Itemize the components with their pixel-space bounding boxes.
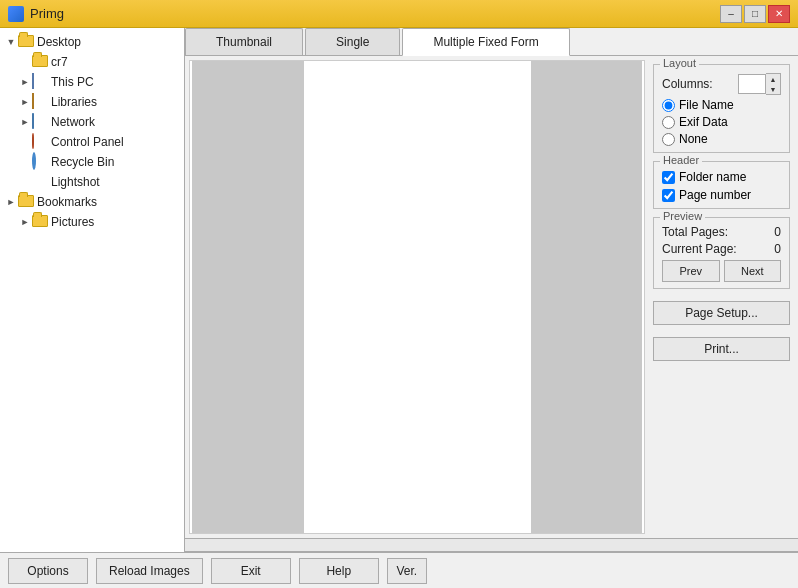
help-button[interactable]: Help (299, 558, 379, 584)
checkbox-foldername[interactable]: Folder name (662, 170, 781, 184)
spinner-down[interactable]: ▼ (766, 84, 780, 94)
sidebar: ▼ Desktop cr7 ► This PC (0, 28, 185, 552)
radio-exifdata[interactable]: Exif Data (662, 115, 781, 129)
lightshot-icon (32, 174, 48, 190)
toggle-pictures[interactable]: ► (18, 215, 32, 229)
maximize-button[interactable]: □ (744, 5, 766, 23)
recycle-icon (32, 154, 48, 170)
main-container: ▼ Desktop cr7 ► This PC (0, 28, 798, 588)
label-network: Network (51, 115, 95, 129)
sidebar-item-recycle[interactable]: Recycle Bin (0, 152, 184, 172)
columns-row: Columns: 6 ▲ ▼ (662, 73, 781, 95)
label-bookmarks: Bookmarks (37, 195, 97, 209)
radio-none-input[interactable] (662, 133, 675, 146)
radio-exif-input[interactable] (662, 116, 675, 129)
total-pages-value: 0 (774, 225, 781, 239)
page-col-right (531, 61, 643, 533)
label-desktop: Desktop (37, 35, 81, 49)
toggle-network[interactable]: ► (18, 115, 32, 129)
radio-none-label: None (679, 132, 708, 146)
pictures-icon (32, 214, 48, 230)
checkbox-pagenumber-label: Page number (679, 188, 751, 202)
label-pictures: Pictures (51, 215, 94, 229)
prev-button[interactable]: Prev (662, 260, 720, 282)
cpanel-icon (32, 134, 48, 150)
scrollbar[interactable] (185, 538, 798, 552)
right-panel: Thumbnail Single Multiple Fixed Form (185, 28, 798, 552)
header-group: Header Folder name Page number (653, 161, 790, 209)
preview-group-title: Preview (660, 210, 705, 222)
toggle-desktop[interactable]: ▼ (4, 35, 18, 49)
computer-icon (32, 74, 48, 90)
label-thispc: This PC (51, 75, 94, 89)
columns-spinner: 6 ▲ ▼ (738, 73, 781, 95)
toggle-lightshot (18, 175, 32, 189)
radio-filename-label: File Name (679, 98, 734, 112)
sidebar-item-network[interactable]: ► Network (0, 112, 184, 132)
checkbox-pagenumber[interactable]: Page number (662, 188, 781, 202)
spinner-btns: ▲ ▼ (766, 73, 781, 95)
sidebar-item-libraries[interactable]: ► Libraries (0, 92, 184, 112)
sidebar-item-thispc[interactable]: ► This PC (0, 72, 184, 92)
print-button[interactable]: Print... (653, 337, 790, 361)
label-cr7: cr7 (51, 55, 68, 69)
app-title: Primg (30, 6, 64, 21)
sidebar-item-controlpanel[interactable]: Control Panel (0, 132, 184, 152)
title-bar-left: Primg (8, 6, 64, 22)
content-area: ▼ Desktop cr7 ► This PC (0, 28, 798, 552)
sidebar-item-bookmarks[interactable]: ► Bookmarks (0, 192, 184, 212)
sidebar-item-pictures[interactable]: ► Pictures (0, 212, 184, 232)
layout-group-title: Layout (660, 57, 699, 69)
bottom-toolbar: Options Reload Images Exit Help Ver. (0, 552, 798, 588)
preview-content: Layout Columns: 6 ▲ ▼ (185, 56, 798, 538)
checkbox-foldername-label: Folder name (679, 170, 746, 184)
ver-button[interactable]: Ver. (387, 558, 427, 584)
tab-multiple-fixed[interactable]: Multiple Fixed Form (402, 28, 569, 56)
columns-input[interactable]: 6 (738, 74, 766, 94)
sidebar-item-cr7[interactable]: cr7 (0, 52, 184, 72)
preview-group: Preview Total Pages: 0 Current Page: 0 P… (653, 217, 790, 289)
tabs-bar: Thumbnail Single Multiple Fixed Form (185, 28, 798, 56)
radio-none[interactable]: None (662, 132, 781, 146)
next-button[interactable]: Next (724, 260, 782, 282)
folder-icon (18, 34, 34, 50)
radio-filename-input[interactable] (662, 99, 675, 112)
page-center (306, 61, 529, 533)
folder-cr7-icon (32, 54, 48, 70)
settings-panel: Layout Columns: 6 ▲ ▼ (649, 60, 794, 534)
options-button[interactable]: Options (8, 558, 88, 584)
label-recycle: Recycle Bin (51, 155, 114, 169)
current-page-label: Current Page: (662, 242, 737, 256)
toggle-cp (18, 135, 32, 149)
library-icon (32, 94, 48, 110)
title-bar: Primg – □ ✕ (0, 0, 798, 28)
page-setup-button[interactable]: Page Setup... (653, 301, 790, 325)
label-controlpanel: Control Panel (51, 135, 124, 149)
radio-filename[interactable]: File Name (662, 98, 781, 112)
current-page-value: 0 (774, 242, 781, 256)
bookmarks-icon (18, 194, 34, 210)
sidebar-item-desktop[interactable]: ▼ Desktop (0, 32, 184, 52)
sidebar-item-lightshot[interactable]: Lightshot (0, 172, 184, 192)
toggle-thispc[interactable]: ► (18, 75, 32, 89)
toggle-cr7 (18, 55, 32, 69)
network-icon (32, 114, 48, 130)
radio-exif-label: Exif Data (679, 115, 728, 129)
checkbox-pagenumber-input[interactable] (662, 189, 675, 202)
tab-single[interactable]: Single (305, 28, 400, 55)
page-col-left (192, 61, 304, 533)
nav-buttons: Prev Next (662, 260, 781, 282)
minimize-button[interactable]: – (720, 5, 742, 23)
reload-button[interactable]: Reload Images (96, 558, 203, 584)
toggle-libraries[interactable]: ► (18, 95, 32, 109)
spinner-up[interactable]: ▲ (766, 74, 780, 84)
tab-thumbnail[interactable]: Thumbnail (185, 28, 303, 55)
toggle-bookmarks[interactable]: ► (4, 195, 18, 209)
exit-button[interactable]: Exit (211, 558, 291, 584)
label-libraries: Libraries (51, 95, 97, 109)
header-group-title: Header (660, 154, 702, 166)
app-icon (8, 6, 24, 22)
close-button[interactable]: ✕ (768, 5, 790, 23)
checkbox-foldername-input[interactable] (662, 171, 675, 184)
title-controls: – □ ✕ (720, 5, 790, 23)
